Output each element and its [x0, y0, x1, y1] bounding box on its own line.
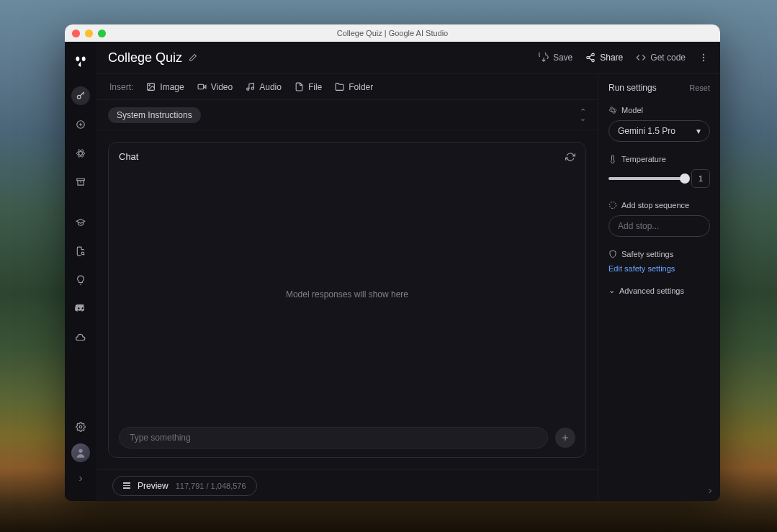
send-button[interactable]: [555, 428, 575, 448]
sidebar-collapse-icon[interactable]: [71, 469, 90, 488]
sidebar-file-search-icon[interactable]: [71, 242, 90, 261]
edit-title-icon[interactable]: [188, 53, 197, 63]
save-button[interactable]: Save: [539, 53, 572, 63]
temperature-slider[interactable]: [608, 177, 686, 180]
sidebar-add-icon[interactable]: [71, 115, 90, 134]
preview-button[interactable]: Preview 117,791 / 1,048,576: [112, 476, 257, 496]
model-select[interactable]: Gemini 1.5 Pro ▾: [608, 120, 710, 142]
titlebar: College Quiz | Google AI Studio: [65, 24, 720, 42]
svg-point-8: [78, 449, 82, 453]
svg-point-11: [592, 59, 595, 62]
sidebar-cloud-icon[interactable]: [71, 328, 90, 347]
collapse-icon[interactable]: ⌃⌃: [580, 109, 586, 120]
folder-icon: [335, 82, 344, 91]
svg-rect-17: [198, 84, 204, 89]
image-icon: [146, 82, 156, 91]
maximize-window-button[interactable]: [98, 30, 106, 37]
get-code-label: Get code: [650, 53, 686, 63]
sidebar-key-icon[interactable]: [71, 86, 90, 105]
code-icon: [636, 53, 646, 63]
video-icon: [197, 82, 207, 91]
list-icon: [123, 482, 130, 489]
share-label: Share: [600, 53, 623, 63]
footer: Preview 117,791 / 1,048,576: [96, 469, 598, 501]
chat-title: Chat: [119, 151, 138, 162]
window-controls: [65, 30, 106, 37]
insert-file-button[interactable]: File: [295, 82, 322, 92]
svg-point-0: [77, 95, 81, 99]
body-row: Insert: Image Video Audio: [96, 73, 720, 501]
atom-icon: [608, 106, 617, 114]
window-title: College Quiz | Google AI Studio: [65, 29, 720, 37]
get-code-button[interactable]: Get code: [636, 53, 686, 63]
insert-video-button[interactable]: Video: [197, 82, 233, 92]
share-button[interactable]: Share: [585, 53, 623, 63]
close-window-button[interactable]: [72, 30, 80, 37]
shield-icon: [608, 250, 617, 258]
sidebar-lightbulb-icon[interactable]: [71, 271, 90, 289]
insert-label: Insert:: [109, 82, 133, 92]
insert-folder-button[interactable]: Folder: [335, 82, 373, 92]
sidebar-settings-icon[interactable]: [71, 418, 90, 436]
svg-point-14: [703, 60, 704, 61]
insert-image-button[interactable]: Image: [146, 82, 184, 92]
svg-point-22: [610, 202, 616, 209]
system-instructions-pill[interactable]: System Instructions: [108, 107, 201, 123]
svg-point-12: [703, 54, 704, 55]
reset-button[interactable]: Reset: [689, 84, 710, 92]
settings-title: Run settings: [608, 83, 657, 93]
center-column: Insert: Image Video Audio: [96, 74, 598, 501]
app-logo-icon[interactable]: [73, 55, 88, 69]
advanced-settings-toggle[interactable]: ⌄ Advanced settings: [608, 286, 710, 295]
svg-point-2: [76, 152, 85, 155]
sidebar: [65, 42, 96, 501]
svg-point-18: [247, 88, 249, 90]
main-column: College Quiz Save Share: [96, 42, 720, 501]
svg-point-7: [79, 425, 82, 428]
header: College Quiz Save Share: [96, 42, 720, 73]
svg-rect-5: [77, 179, 85, 180]
panel-collapse-icon[interactable]: [706, 487, 714, 495]
token-count: 117,791 / 1,048,576: [176, 482, 246, 490]
more-menu-button[interactable]: [699, 53, 709, 63]
chat-input-row: [119, 427, 575, 448]
settings-header: Run settings Reset: [608, 83, 710, 93]
sidebar-discord-icon[interactable]: [71, 299, 90, 318]
svg-point-16: [149, 85, 151, 86]
app-body: College Quiz Save Share: [65, 42, 720, 501]
chat-card: Chat Model responses will show here: [108, 142, 586, 458]
edit-safety-link[interactable]: Edit safety settings: [608, 264, 710, 273]
safety-field: Safety settings Edit safety settings: [608, 250, 710, 273]
chat-header: Chat: [119, 151, 575, 162]
advanced-label: Advanced settings: [619, 287, 684, 295]
temperature-label: Temperature: [621, 155, 666, 163]
chat-area: Chat Model responses will show here: [96, 130, 598, 469]
plus-icon: [560, 433, 570, 443]
share-icon: [585, 53, 596, 63]
sidebar-atom-icon[interactable]: [71, 144, 90, 163]
sidebar-education-icon[interactable]: [71, 213, 90, 232]
temperature-value[interactable]: 1: [691, 169, 710, 188]
insert-bar: Insert: Image Video Audio: [96, 74, 598, 100]
project-title: College Quiz: [108, 50, 197, 66]
thermometer-icon: [608, 155, 617, 163]
chat-input[interactable]: [119, 427, 548, 448]
stop-label: Add stop sequence: [621, 201, 689, 209]
run-settings-panel: Run settings Reset Model Gemini 1.5 Pro …: [598, 74, 720, 501]
chat-empty-state: Model responses will show here: [119, 162, 575, 427]
refresh-chat-button[interactable]: [565, 152, 575, 162]
system-instructions-bar: System Instructions ⌃⌃: [96, 100, 598, 130]
insert-audio-button[interactable]: Audio: [246, 82, 282, 92]
model-field: Model Gemini 1.5 Pro ▾: [608, 106, 710, 142]
minimize-window-button[interactable]: [85, 30, 93, 37]
sidebar-archive-icon[interactable]: [71, 173, 90, 191]
circle-dash-icon: [608, 201, 617, 209]
project-title-text: College Quiz: [108, 50, 182, 66]
svg-point-9: [592, 53, 595, 56]
audio-icon: [246, 82, 255, 91]
user-avatar[interactable]: [71, 443, 90, 462]
svg-point-10: [587, 56, 590, 59]
stop-sequence-input[interactable]: [608, 215, 710, 237]
model-label: Model: [621, 106, 643, 114]
svg-point-20: [609, 109, 616, 112]
